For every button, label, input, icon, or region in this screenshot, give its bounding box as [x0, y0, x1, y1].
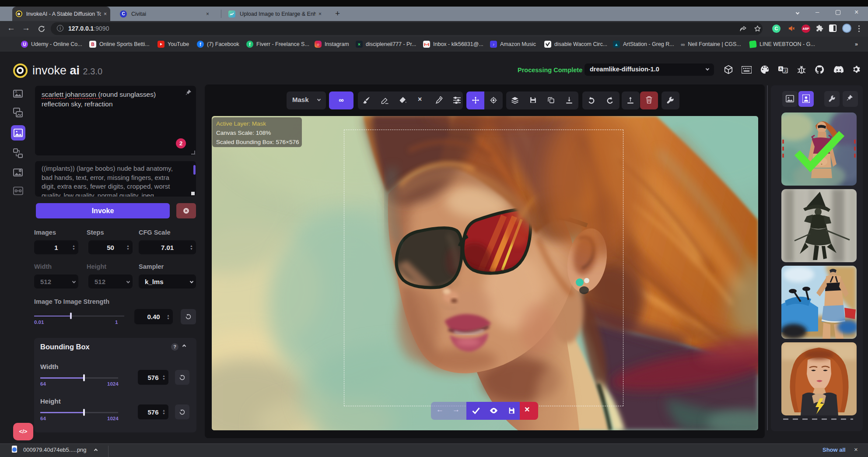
svg-text:A: A — [15, 90, 18, 94]
svg-text:A: A — [780, 67, 782, 71]
svg-text:文: 文 — [784, 69, 788, 73]
